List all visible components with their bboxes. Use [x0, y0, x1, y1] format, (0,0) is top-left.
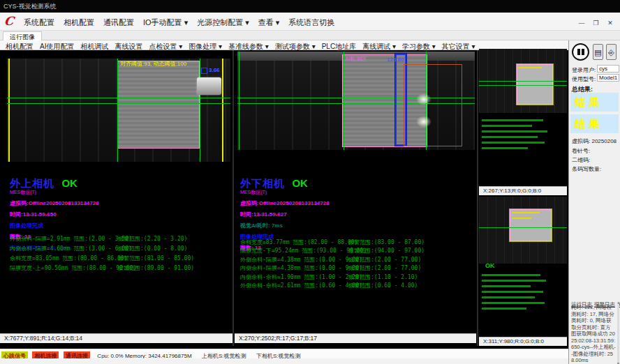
product-region: [510, 209, 552, 241]
thumbnail-image: [479, 197, 567, 264]
toolbar-item[interactable]: 基准线参数 ▾: [228, 43, 269, 50]
right-measurements: 余料宽度=83.77mm 范围:(82.00 - 88.00)报警范围:(83.…: [240, 238, 460, 290]
green-edge-line: [344, 52, 344, 150]
thumbnail-view-top[interactable]: [479, 49, 567, 186]
model-label: 使用型号:: [572, 75, 596, 83]
left-coordinate-bar: X:7677;Y:891;R:14;G:14;B:14: [0, 333, 232, 343]
menu-item[interactable]: IO手动配置 ▾: [143, 18, 188, 26]
measure-row: 外侧余料-余料=2.61mm 范围:(0.60 - 4.00)报警范围:(0.6…: [240, 282, 460, 290]
window-controls: — ❐ ✕: [576, 13, 616, 31]
menubar: C 系统配置相机配置通讯配置IO手动配置 ▾光源控制配置 ▾查看 ▾系统语言切换…: [0, 13, 620, 31]
overlay-text-mark: [512, 212, 540, 213]
pause-button[interactable]: [572, 43, 589, 61]
menu-item[interactable]: 通讯配置: [103, 18, 134, 26]
login-switch-icon-button[interactable]: ⎆: [606, 44, 617, 60]
close-button[interactable]: ✕: [605, 14, 616, 32]
reflection-glow: [416, 116, 431, 128]
qr-code-label: 二维码:: [572, 156, 590, 164]
yellow-guide-line: [222, 59, 223, 162]
thumbnail-view-bottom[interactable]: OK: [479, 197, 567, 337]
maximize-button[interactable]: ❐: [591, 14, 602, 32]
log-scrollbar[interactable]: [617, 304, 619, 364]
virtual-code-label: 虚拟码: 20250208: [572, 137, 617, 145]
toolbar-item[interactable]: 相机调试: [80, 43, 108, 50]
toolbar-item[interactable]: AI使用配置: [40, 43, 74, 50]
sensor-arm: [197, 77, 221, 95]
toolbar-item[interactable]: PLC地址库: [322, 43, 356, 50]
login-user-label: 登录用户:: [572, 66, 596, 74]
toolbar-item[interactable]: 相机配置: [6, 43, 34, 50]
measure-row: 内侧余料-余料=1.90mm 范围:(1.00 - 2.20)报警范围:(1.1…: [240, 273, 460, 282]
toolbar-item[interactable]: 测试项参数 ▾: [275, 43, 316, 50]
menu-item[interactable]: 相机配置: [64, 18, 94, 26]
product-region: [117, 61, 200, 149]
menu-item[interactable]: 光源控制配置 ▾: [197, 18, 249, 26]
measure-row: 内侧余料-隔膜=4.38mm 范围:(0.00 - 9.00)报警范围:(2.0…: [240, 264, 460, 273]
result-status: OK: [292, 177, 308, 189]
right-coordinate-bar: X:270;Y:2502;R:17;G:17;B:17: [235, 333, 476, 343]
timestamp: 时间:13-31-59-627: [240, 211, 462, 218]
app-window: CYS-视觉检测系统 C 系统配置相机配置通讯配置IO手动配置 ▾光源控制配置 …: [0, 0, 620, 364]
toolbar-item[interactable]: 点检设置 ▾: [149, 43, 182, 50]
toolbar-item[interactable]: 图像处理 ▾: [189, 43, 222, 50]
barcode-count-label: 条码写数量:: [572, 165, 601, 173]
blue-measure-value: 128.80: [387, 56, 404, 63]
process-done-text: 图像处理完成: [10, 222, 232, 229]
product-region: [517, 64, 553, 105]
view-divider: [477, 50, 478, 346]
tab-strip: 运行图像: [0, 31, 620, 40]
threshold-overlay-text: 对齐阈值:93, 动态阈值:100: [120, 60, 186, 68]
toolbar-item[interactable]: 学习参数 ▾: [402, 43, 436, 50]
left-camera-image[interactable]: 3.66 对齐阈值:93, 动态阈值:100: [7, 59, 230, 162]
green-edge-line: [117, 59, 118, 162]
menu-item[interactable]: 系统语言切换: [288, 18, 334, 26]
virtual-code-value: 20250208: [591, 138, 617, 144]
result-status: OK: [61, 177, 78, 189]
ai-region-label: AI检测区: [345, 55, 367, 63]
green-measure-line: [479, 227, 567, 228]
titlebar: CYS-视觉检测系统: [0, 0, 620, 13]
camera-title: 外下相机: [240, 177, 285, 189]
measure-row: 内侧余料-隔膜=4.60mm 范围:(3.00 - 6.00)报警范围:(0.0…: [10, 245, 230, 255]
measure-row: 隔膜宽度-上=90.56mm 范围:(88.00 - 92.00)报警范围:(8…: [10, 264, 230, 274]
measure-row: 隔膜宽度-下=95.24mm 范围:(93.00 - 98.00)报警范围:(9…: [240, 247, 460, 255]
app-logo-icon: C: [3, 14, 15, 28]
overlay-text-mark: [518, 67, 542, 68]
green-measure-line: [479, 81, 567, 82]
toolbar-item[interactable]: 其它设置 ▾: [442, 43, 475, 50]
thumbnail-image: [479, 49, 567, 113]
menu-item[interactable]: 系统配置: [24, 18, 54, 26]
measure-row: 外侧余料-隔膜=2.91mm 范围:(2.00 - 3.50)报警范围:(2.2…: [10, 235, 230, 245]
timestamp: 时间:13-31-59-650: [10, 211, 232, 218]
green-measure-line: [7, 103, 230, 104]
camera-device-icon-button[interactable]: ▤: [593, 44, 603, 60]
toolbar-item[interactable]: 离线设置: [115, 43, 142, 50]
status-bar: 心跳信号 相机连接 通讯连接 Cpu: 0.0% Memory: 3424.41…: [0, 349, 568, 358]
log-text: 耗时: 222, 网络检测耗时: 17, 网络分类耗时: 0, 网络获取分页耗时…: [571, 304, 616, 364]
measure-row: 余料宽度=83.77mm 范围:(82.00 - 88.00)报警范围:(83.…: [240, 238, 460, 247]
virtual-code: 虚拟码:Offline20250208133134728: [10, 199, 232, 207]
model-field[interactable]: Model1: [597, 74, 619, 82]
ai-elapsed: 视觉AI耗时: 7ms: [240, 222, 462, 229]
thumb-top-coordinate-bar: X:267;Y:13;R:0;G:0;B:0: [479, 186, 567, 195]
blue-marker-box: [201, 68, 207, 74]
left-measurements: 外侧余料-隔膜=2.91mm 范围:(2.00 - 3.50)报警范围:(2.2…: [10, 235, 230, 274]
reflection-glow: [416, 93, 431, 105]
result-box-lower: 结果: [570, 114, 619, 133]
orange-roi-rect: [404, 64, 462, 146]
yellow-guide-line: [8, 59, 10, 162]
virtual-code: 虚拟码:Offline20250208133134728: [240, 199, 462, 207]
green-measure-line: [7, 98, 230, 98]
toolbar-item[interactable]: 离线调试 ▾: [362, 43, 396, 50]
window-bottom-strip: [0, 358, 568, 364]
menu-item[interactable]: 查看 ▾: [258, 18, 280, 26]
measure-row: 余料宽度=83.05mm 范围:(80.00 - 86.00)报警范围:(81.…: [10, 255, 230, 264]
result-text-lines: [479, 116, 556, 149]
login-user-field[interactable]: cys: [597, 65, 619, 73]
thumb-bottom-coordinate-bar: X:311;Y:980;R:0;G:0;B:0: [479, 337, 567, 346]
minimize-button[interactable]: —: [576, 14, 587, 32]
needle-number-label: 卷针号:: [572, 147, 590, 155]
menu-items: 系统配置相机配置通讯配置IO手动配置 ▾光源控制配置 ▾查看 ▾系统语言切换: [24, 13, 344, 31]
window-title: CYS-视觉检测系统: [3, 3, 57, 10]
right-camera-image[interactable]: AI检测区 128.80: [237, 52, 475, 150]
